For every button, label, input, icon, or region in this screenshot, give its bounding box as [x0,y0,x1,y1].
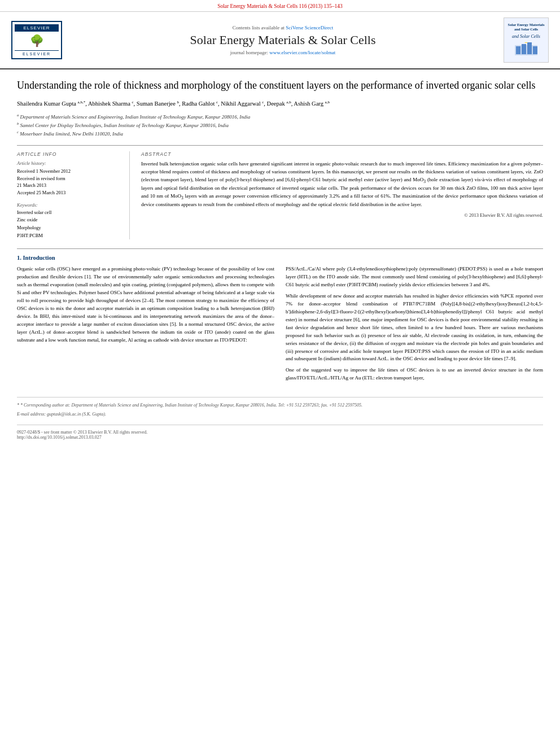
page-footer: * * Corresponding author at: Department … [17,397,543,440]
keywords-section: Keywords: Inverted solar cell Zinc oxide… [17,202,124,239]
keyword-4: P3HT:PCBM [17,232,124,240]
main-content: Understanding the role of thickness and … [0,69,560,449]
homepage-line: journal homepage: www.elsevier.com/locat… [68,50,498,55]
svg-rect-3 [527,42,532,54]
footer-divider [17,425,543,425]
journal-citation-bar: Solar Energy Materials & Solar Cells 116… [0,0,560,12]
abstract-column: ABSTRACT Inverted bulk heterojunction or… [141,151,543,239]
authors-text: Shailendra Kumar Gupta a,b,*, Abhishek S… [17,101,330,107]
corresponding-author-note: * * Corresponding author at: Department … [17,402,543,409]
journal-header: ELSEVIER 🌳 ELSEVIER Contents lists avail… [0,12,560,69]
issn-line: 0927-0248/$ - see front matter © 2013 El… [17,430,543,435]
introduction-section: 1. Introduction Organic solar cells (OSC… [17,248,543,386]
journal-title: Solar Energy Materials & Solar Cells [68,33,498,47]
affiliation-b: b Samtel Center for Display Technologies… [17,121,543,129]
affiliations: a Department of Materials Science and En… [17,112,543,138]
article-info-column: ARTICLE INFO Article history: Received 1… [17,151,130,239]
thumb-subtitle: and Solar Cells [512,34,540,39]
article-info-abstract-section: ARTICLE INFO Article history: Received 1… [17,145,543,239]
abstract-text: Inverted bulk heterojunction organic sol… [141,160,543,209]
journal-thumbnail: Solar Energy Materials and Solar Cells a… [504,18,549,63]
thumb-icon [515,42,537,58]
copyright-line: © 2013 Elsevier B.V. All rights reserved… [141,212,543,218]
keyword-1: Inverted solar cell [17,209,124,217]
contents-line: Contents lists available at SciVerse Sci… [68,25,498,30]
intro-body: Organic solar cells (OSC) have emerged a… [17,265,543,386]
affiliation-c: c Moserbaer India limited, New Delhi 110… [17,129,543,138]
revised-date: 21 March 2013 [17,182,124,189]
sciverse-link[interactable]: SciVerse ScienceDirect [286,25,333,30]
keyword-2: Zinc oxide [17,216,124,224]
svg-rect-1 [516,46,520,54]
elsevier-text: ELSEVIER [15,50,59,56]
intro-para-1: Organic solar cells (OSC) have emerged a… [17,265,274,344]
authors-line: Shailendra Kumar Gupta a,b,*, Abhishek S… [17,99,543,108]
journal-title-area: Contents lists available at SciVerse Sci… [68,25,498,55]
intro-para-4: One of the suggested way to improve the … [286,366,543,382]
journal-citation-text: Solar Energy Materials & Solar Cells 116… [217,3,343,9]
article-info-label: ARTICLE INFO [17,151,124,157]
elsevier-tree-icon: 🌳 [15,32,59,50]
received-date: Received 1 November 2012 [17,168,124,175]
email-note: E-mail address: guptask@iitk.ac.in (S.K.… [17,411,543,418]
keywords-label: Keywords: [17,202,124,208]
intro-title: 1. Introduction [17,255,543,261]
affiliation-a: a Department of Materials Science and En… [17,112,543,121]
doi-line: http://dx.doi.org/10.1016/j.solmat.2013.… [17,435,543,440]
intro-para-3: While development of new donor and accep… [286,292,543,363]
keyword-3: Morphology [17,224,124,232]
footer-left: * * Corresponding author at: Department … [17,402,543,420]
received-revised-label: Received in revised form [17,175,124,182]
article-title: Understanding the role of thickness and … [17,78,543,92]
elsevier-logo-label: ELSEVIER [15,24,59,32]
elsevier-logo: ELSEVIER 🌳 ELSEVIER [11,21,62,59]
abstract-label: ABSTRACT [141,151,543,157]
homepage-link[interactable]: www.elsevier.com/locate/solmat [269,50,335,55]
intro-left-col: Organic solar cells (OSC) have emerged a… [17,265,274,386]
intro-right-col: PSS/ActL./Ca/Al where poly (3,4-ethylene… [286,265,543,386]
intro-para-2: PSS/ActL./Ca/Al where poly (3,4-ethylene… [286,265,543,289]
accepted-date: Accepted 25 March 2013 [17,189,124,196]
svg-rect-4 [533,46,537,54]
svg-rect-2 [522,44,526,54]
history-label: Article history: [17,160,124,166]
thumb-title-text: Solar Energy Materials and Solar Cells [506,23,546,32]
